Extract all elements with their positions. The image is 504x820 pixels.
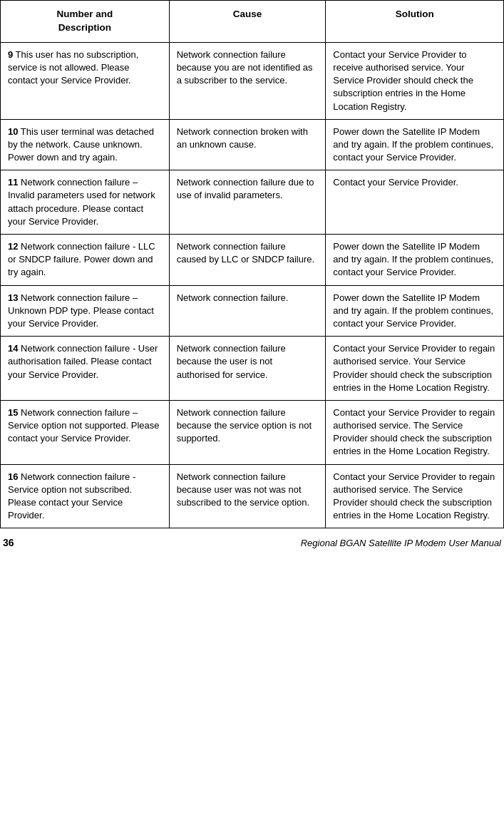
cell-cause: Network connection failure due to use of…: [169, 170, 326, 235]
cell-description: 9 This user has no subscription, service…: [1, 42, 170, 119]
table-row: 15 Network connection failure – Service …: [1, 400, 504, 464]
table-row: 12 Network connection failure - LLC or S…: [1, 235, 504, 286]
page-container: Number andDescription Cause Solution 9 T…: [0, 0, 504, 551]
main-table: Number andDescription Cause Solution 9 T…: [0, 0, 504, 528]
cell-description: 13 Network connection failure – Unknown …: [1, 285, 170, 337]
cell-description: 14 Network connection failure - User aut…: [1, 337, 170, 401]
table-header-row: Number andDescription Cause Solution: [1, 1, 504, 43]
cell-description: 11 Network connection failure – Invalid …: [1, 170, 170, 235]
cell-cause: Network connection failure caused by LLC…: [169, 235, 326, 286]
cell-solution: Contact your Service Provider to regain …: [326, 400, 504, 464]
cell-cause: Network connection failure because you a…: [169, 42, 326, 119]
cell-cause: Network connection failure because user …: [169, 464, 326, 528]
cell-description: 16 Network connection failure - Service …: [1, 464, 170, 528]
cell-solution: Contact your Service Provider to regain …: [326, 464, 504, 528]
col-header-cause: Cause: [169, 1, 326, 43]
table-row: 14 Network connection failure - User aut…: [1, 337, 504, 401]
col-header-solution: Solution: [326, 1, 504, 43]
cell-cause: Network connection broken with an unknow…: [169, 119, 326, 170]
col-header-number-description: Number andDescription: [1, 1, 170, 43]
cell-description: 15 Network connection failure – Service …: [1, 400, 170, 464]
table-row: 13 Network connection failure – Unknown …: [1, 285, 504, 337]
cell-cause: Network connection failure because the u…: [169, 337, 326, 401]
table-row: 16 Network connection failure - Service …: [1, 464, 504, 528]
table-row: 10 This user terminal was detached by th…: [1, 119, 504, 170]
page-number: 36: [3, 537, 14, 548]
cell-solution: Power down the Satellite IP Modem and tr…: [326, 285, 504, 337]
cell-solution: Contact your Service Provider to receive…: [326, 42, 504, 119]
cell-description: 12 Network connection failure - LLC or S…: [1, 235, 170, 286]
cell-cause: Network connection failure.: [169, 285, 326, 337]
cell-description: 10 This user terminal was detached by th…: [1, 119, 170, 170]
table-row: 11 Network connection failure – Invalid …: [1, 170, 504, 235]
cell-cause: Network connection failure because the s…: [169, 400, 326, 464]
document-title: Regional BGAN Satellite IP Modem User Ma…: [301, 538, 501, 548]
cell-solution: Power down the Satellite IP Modem and tr…: [326, 119, 504, 170]
cell-solution: Contact your Service Provider to regain …: [326, 337, 504, 401]
cell-solution: Contact your Service Provider.: [326, 170, 504, 235]
cell-solution: Power down the Satellite IP Modem and tr…: [326, 235, 504, 286]
table-row: 9 This user has no subscription, service…: [1, 42, 504, 119]
page-footer: 36 Regional BGAN Satellite IP Modem User…: [0, 528, 504, 551]
